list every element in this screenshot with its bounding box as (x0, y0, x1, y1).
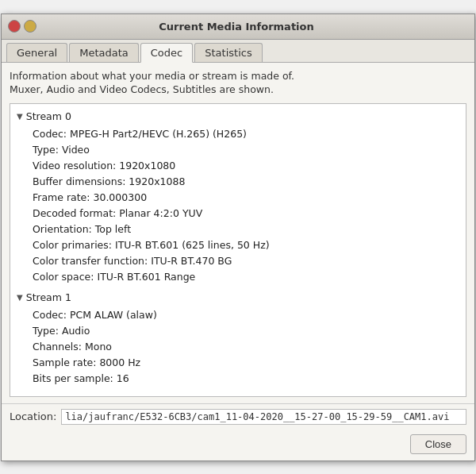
window-title: Current Media Information (36, 21, 436, 33)
list-item: Type: Video (33, 142, 459, 158)
list-item: Video resolution: 1920x1080 (33, 158, 459, 174)
info-description: Information about what your media or str… (10, 69, 466, 97)
list-item: Color primaries: ITU-R BT.601 (625 lines… (33, 237, 459, 253)
list-item: Color space: ITU-R BT.601 Range (33, 269, 459, 285)
list-item: Type: Audio (33, 323, 459, 339)
list-item: Orientation: Top left (33, 222, 459, 237)
codec-info-box[interactable]: ▼ Stream 0 Codec: MPEG-H Part2/HEVC (H.2… (10, 103, 466, 397)
list-item: Codec: PCM ALAW (alaw) (33, 307, 459, 323)
list-item: Bits per sample: 16 (33, 371, 459, 387)
list-item: Frame rate: 30.000300 (33, 190, 459, 206)
tab-statistics[interactable]: Statistics (194, 43, 262, 62)
close-window-button[interactable] (8, 20, 21, 33)
stream-0-items: Codec: MPEG-H Part2/HEVC (H.265) (H265) … (33, 126, 459, 285)
list-item: Codec: MPEG-H Part2/HEVC (H.265) (H265) (33, 126, 459, 142)
window-controls (8, 20, 36, 33)
titlebar: Current Media Information (2, 14, 474, 40)
location-label: Location: (10, 410, 56, 422)
stream-1-triangle-icon: ▼ (17, 291, 23, 304)
info-line2: Muxer, Audio and Video Codecs, Subtitles… (10, 83, 274, 95)
tab-general[interactable]: General (6, 43, 67, 62)
stream-1-header: ▼ Stream 1 (17, 290, 459, 306)
tab-bar: General Metadata Codec Statistics (2, 40, 474, 63)
content-area: Information about what your media or str… (2, 63, 474, 403)
list-item: Buffer dimensions: 1920x1088 (33, 174, 459, 190)
close-button[interactable]: Close (410, 434, 466, 454)
location-value: lia/jaufranc/E532-6CB3/cam1_11-04-2020__… (61, 409, 466, 425)
list-item: Decoded format: Planar 4:2:0 YUV (33, 206, 459, 222)
minimize-window-button[interactable] (24, 20, 36, 33)
tab-metadata[interactable]: Metadata (69, 43, 139, 62)
footer: Close (2, 430, 474, 461)
tab-codec[interactable]: Codec (140, 43, 193, 63)
stream-0-triangle-icon: ▼ (17, 110, 23, 123)
stream-0-label: Stream 0 (26, 109, 71, 125)
info-line1: Information about what your media or str… (10, 70, 294, 82)
list-item: Sample rate: 8000 Hz (33, 355, 459, 371)
list-item: Channels: Mono (33, 339, 459, 355)
main-window: Current Media Information General Metada… (1, 13, 475, 461)
stream-0-header: ▼ Stream 0 (17, 109, 459, 125)
stream-1-label: Stream 1 (26, 290, 71, 306)
stream-1-items: Codec: PCM ALAW (alaw) Type: Audio Chann… (33, 307, 459, 387)
location-bar: Location: lia/jaufranc/E532-6CB3/cam1_11… (2, 403, 474, 430)
list-item: Color transfer function: ITU-R BT.470 BG (33, 253, 459, 269)
